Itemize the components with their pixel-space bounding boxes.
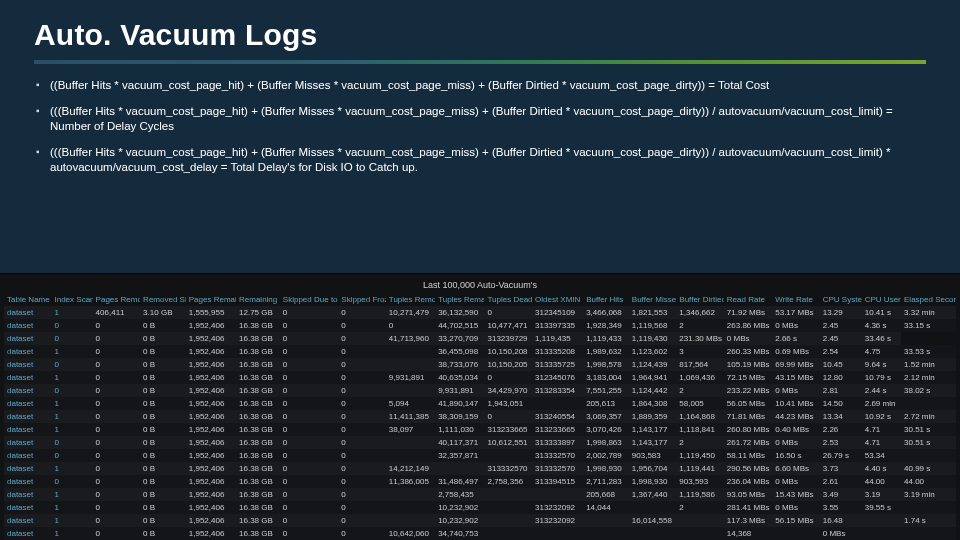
cell: 14,044 xyxy=(583,501,629,514)
col-header: Buffer Dirtied xyxy=(676,293,724,306)
cell: 0 xyxy=(52,319,93,332)
cell: 3 xyxy=(676,345,724,358)
cell: dataset xyxy=(4,358,52,371)
col-header: Buffer Hits xyxy=(583,293,629,306)
cell: 10,150,205 xyxy=(484,358,532,371)
table-row: dataset000 B1,952,40616.38 GB0011,386,00… xyxy=(4,475,956,488)
cell: 0 B xyxy=(140,345,186,358)
cell: 1.52 min xyxy=(901,358,956,371)
cell: 1,069,436 xyxy=(676,371,724,384)
cell: 16.38 GB xyxy=(236,488,280,501)
cell: 313239729 xyxy=(484,332,532,345)
cell: 2.61 xyxy=(820,475,862,488)
cell xyxy=(629,527,677,540)
cell: 10,477,471 xyxy=(484,319,532,332)
cell: 236.04 MBs xyxy=(724,475,772,488)
cell: 1,964,941 xyxy=(629,371,677,384)
cell xyxy=(484,527,532,540)
cell: 1,111,030 xyxy=(435,423,484,436)
cell: 0 xyxy=(93,501,141,514)
cell: 0 xyxy=(338,501,386,514)
cell: 205,613 xyxy=(583,397,629,410)
col-header: Read Rate xyxy=(724,293,772,306)
cell: 0 xyxy=(93,462,141,475)
cell: 13.29 xyxy=(820,306,862,319)
cell: 10,612,551 xyxy=(484,436,532,449)
col-header: Skipped Frozen xyxy=(338,293,386,306)
cell: 58,005 xyxy=(676,397,724,410)
table-row: dataset000 B1,952,40616.38 GB0041,713,96… xyxy=(4,332,956,345)
cell: 0 B xyxy=(140,436,186,449)
cell: 38.02 s xyxy=(901,384,956,397)
table-row: dataset100 B1,952,40616.38 GB0014,212,14… xyxy=(4,462,956,475)
cell: 1,952,406 xyxy=(186,371,236,384)
bullet-item: (((Buffer Hits * vacuum_cost_page_hit) +… xyxy=(36,104,926,135)
cell: 1,821,553 xyxy=(629,306,677,319)
cell: 290.56 MBs xyxy=(724,462,772,475)
cell: 0.69 MBs xyxy=(772,345,820,358)
cell: 4.75 xyxy=(862,345,901,358)
cell: dataset xyxy=(4,306,52,319)
cell: 0 xyxy=(280,423,338,436)
cell: 38,309,159 xyxy=(435,410,484,423)
cell: 903,583 xyxy=(629,449,677,462)
cell: 0 xyxy=(280,306,338,319)
cell: 44.00 xyxy=(901,475,956,488)
cell: dataset xyxy=(4,527,52,540)
cell: 1,119,450 xyxy=(676,449,724,462)
cell xyxy=(901,397,956,410)
cell xyxy=(532,488,583,501)
cell: 0 xyxy=(280,397,338,410)
cell: 10,642,060 xyxy=(386,527,435,540)
cell: dataset xyxy=(4,371,52,384)
cell: 10,150,208 xyxy=(484,345,532,358)
cell: 36,132,590 xyxy=(435,306,484,319)
cell: 1,952,406 xyxy=(186,345,236,358)
cell: 1,943,051 xyxy=(484,397,532,410)
cell xyxy=(386,514,435,527)
cell xyxy=(676,514,724,527)
col-header: Oldest XMIN xyxy=(532,293,583,306)
col-header: Remaining Size xyxy=(236,293,280,306)
cell: 0 B xyxy=(140,319,186,332)
cell: 0 xyxy=(338,384,386,397)
cell: 1,952,406 xyxy=(186,449,236,462)
cell: 0 xyxy=(484,410,532,423)
cell: 16.38 GB xyxy=(236,397,280,410)
cell: 10,232,902 xyxy=(435,514,484,527)
cell: 2.44 s xyxy=(862,384,901,397)
cell: 1,952,406 xyxy=(186,436,236,449)
cell xyxy=(484,488,532,501)
table-row: dataset100 B1,952,40616.38 GB0010,232,90… xyxy=(4,514,956,527)
cell: 260.33 MBs xyxy=(724,345,772,358)
cell: 3.32 min xyxy=(901,306,956,319)
cell: 2 xyxy=(676,501,724,514)
cell xyxy=(862,527,901,540)
cell: 0 B xyxy=(140,462,186,475)
cell: 0 xyxy=(338,423,386,436)
table-row: dataset100 B1,952,40616.38 GB0010,642,06… xyxy=(4,527,956,540)
cell: 1,998,863 xyxy=(583,436,629,449)
cell: 2,002,789 xyxy=(583,449,629,462)
cell: 313332570 xyxy=(484,462,532,475)
cell: 32,357,871 xyxy=(435,449,484,462)
cell: 44.00 xyxy=(862,475,901,488)
cell: 71.92 MBs xyxy=(724,306,772,319)
cell: dataset xyxy=(4,449,52,462)
cell: 1,123,602 xyxy=(629,345,677,358)
cell: 34,429,970 xyxy=(484,384,532,397)
cell: 1,989,632 xyxy=(583,345,629,358)
cell: 1,119,435 xyxy=(532,332,583,345)
title-underline xyxy=(34,60,926,64)
col-header: Elasped Seconds xyxy=(901,293,956,306)
cell: 16.48 xyxy=(820,514,862,527)
table-row: dataset000 B1,952,40616.38 GB0032,357,87… xyxy=(4,449,956,462)
cell: 10.41 MBs xyxy=(772,397,820,410)
cell: 0 xyxy=(52,449,93,462)
cell: 1 xyxy=(52,345,93,358)
cell: 281.41 MBs xyxy=(724,501,772,514)
cell: 233.22 MBs xyxy=(724,384,772,397)
cell: 30.51 s xyxy=(901,436,956,449)
cell: 9.64 s xyxy=(862,358,901,371)
cell: 0 xyxy=(93,332,141,345)
